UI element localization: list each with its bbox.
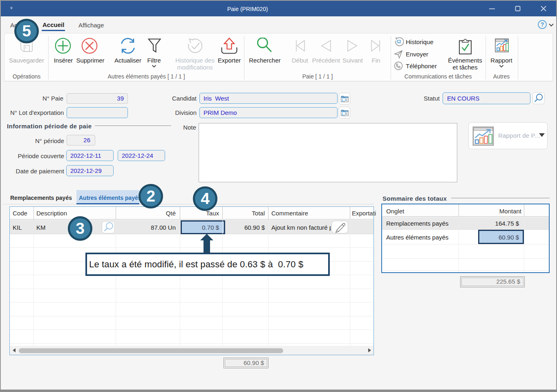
svg-text:?: ? bbox=[541, 21, 544, 28]
